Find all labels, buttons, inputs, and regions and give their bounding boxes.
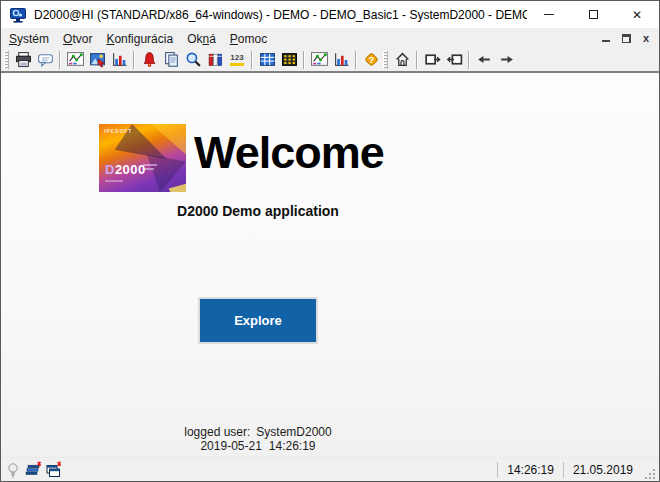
statusbar-lightbulb-button[interactable] [3,460,23,480]
login-date: 2019-05-21 [200,439,261,453]
minimize-button[interactable] [527,1,571,28]
toolbar-grip-2[interactable] [383,51,388,69]
close-button[interactable]: ✕ [615,1,659,28]
menu-otvor[interactable]: Otvor [56,30,99,48]
windows-stack-icon [44,461,62,479]
logged-user-value: SystemD2000 [256,425,331,439]
help-button[interactable]: ? [360,49,382,71]
resize-grip[interactable] [643,467,657,481]
alarm-button[interactable] [138,49,160,71]
logs-books-icon [207,51,224,68]
toolbar: 123 [1,48,659,72]
statusbar-schemes-stack-button[interactable] [23,460,43,480]
statusbar-date: 21.05.2019 [565,463,641,477]
copy-icon [163,51,180,68]
app-subtitle: D2000 Demo application [1,203,515,219]
back-button[interactable] [473,49,495,71]
menu-pomoc[interactable]: Pomoc [223,30,274,48]
toolbar-separator [133,51,135,69]
graph-icon [67,51,84,68]
values-123-icon: 123 [230,54,243,66]
back-arrow-icon [476,51,493,68]
statusbar-separator [563,462,564,478]
logged-user-row: logged user:SystemD2000 [1,425,515,439]
copy-button[interactable] [160,49,182,71]
menu-konfiguracia[interactable]: Konfigurácia [99,30,180,48]
graph-icon [311,51,328,68]
forward-arrow-icon [498,51,515,68]
close-window-button[interactable] [443,49,465,71]
maximize-button[interactable] [571,1,615,28]
login-datetime-row: 2019-05-2114:26:19 [1,439,515,453]
mdi-window-buttons: x [599,32,659,45]
app-window: D2000@HI (STANDARD/x86_64-windows) - DEM… [0,0,660,482]
home-button[interactable] [391,49,413,71]
explore-button[interactable]: Explore [198,297,318,344]
caption-buttons: ✕ [527,1,659,28]
logo-brand-text: IPESOFT [104,128,132,134]
mdi-minimize-button[interactable] [599,32,613,45]
toolbar-separator [251,51,253,69]
scheme-icon [89,51,106,68]
toolbar-separator [468,51,470,69]
print-icon [15,51,32,68]
app-icon [9,6,27,24]
statusbar: 14:26:19 21.05.2019 [1,457,659,481]
comment-button[interactable] [34,49,56,71]
titlebar: D2000@HI (STANDARD/x86_64-windows) - DEM… [1,1,659,29]
minimize-icon [544,14,554,15]
menubar: Systém Otvor Konfigurácia Okná Pomoc x [1,29,659,48]
bar-chart-icon [333,51,350,68]
mdi-minimize-icon [602,40,610,42]
bar-chart-button[interactable] [108,49,130,71]
forward-button[interactable] [495,49,517,71]
help-icon: ? [363,51,380,68]
table-icon [259,51,276,68]
login-time: 14:26:19 [269,439,316,453]
toolbar-separator [59,51,61,69]
toolbar-separator [355,51,357,69]
statusbar-windows-stack-button[interactable] [43,460,63,480]
bar-chart-button-2[interactable] [330,49,352,71]
logs-button[interactable] [204,49,226,71]
open-window-button[interactable] [421,49,443,71]
logged-user-label: logged user: [184,425,250,439]
lightbulb-icon [5,461,21,479]
d2000-logo: IPESOFT D2000 [99,124,186,192]
magnifier-button[interactable] [182,49,204,71]
close-window-icon [446,51,463,68]
magnifier-icon [185,51,202,68]
comment-icon [37,51,54,68]
welcome-title: Welcome [194,127,384,179]
alarm-bell-icon [141,51,158,68]
toolbar-separator [416,51,418,69]
bar-chart-icon [111,51,128,68]
table-button[interactable] [256,49,278,71]
schemes-stack-icon [24,461,42,479]
statusbar-separator [497,462,498,478]
mdi-close-button[interactable]: x [639,32,653,45]
menu-okna[interactable]: Okná [180,30,223,48]
graph-button[interactable] [64,49,86,71]
table-colored-button[interactable] [278,49,300,71]
toolbar-separator [303,51,305,69]
mdi-restore-button[interactable] [619,32,633,45]
mdi-restore-icon [622,34,631,43]
svg-text:?: ? [368,54,374,65]
open-window-icon [424,51,441,68]
maximize-icon [589,10,598,19]
graph-button-2[interactable] [308,49,330,71]
values-button[interactable]: 123 [226,49,248,71]
close-icon: ✕ [632,9,642,21]
table-colored-icon [281,51,298,68]
toolbar-grip[interactable] [4,51,9,69]
window-title: D2000@HI (STANDARD/x86_64-windows) - DEM… [34,8,527,22]
print-button[interactable] [12,49,34,71]
scheme-button[interactable] [86,49,108,71]
menu-system[interactable]: Systém [2,30,56,48]
client-area: IPESOFT D2000 Welcome D2000 Demo applica… [1,72,659,457]
logo-product-text: D2000 [105,162,146,177]
home-icon [394,51,411,68]
statusbar-time: 14:26:19 [499,463,562,477]
